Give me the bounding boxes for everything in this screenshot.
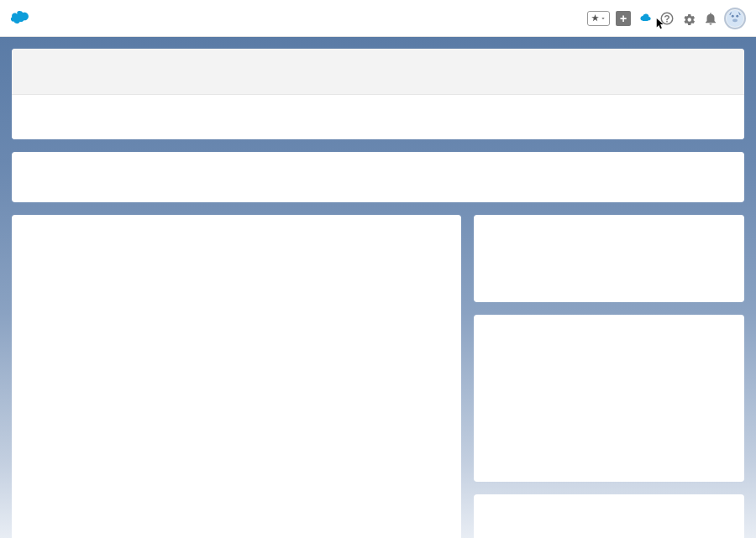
svg-point-3 bbox=[732, 18, 738, 22]
svg-point-1 bbox=[732, 14, 734, 17]
avatar-icon bbox=[726, 9, 744, 28]
related-card-2 bbox=[474, 315, 744, 482]
main-content-area bbox=[0, 37, 756, 538]
path-card bbox=[12, 152, 744, 202]
salesforce-logo[interactable] bbox=[10, 9, 35, 28]
notifications-button[interactable] bbox=[702, 10, 719, 27]
svg-point-2 bbox=[736, 14, 738, 17]
global-header: + bbox=[0, 0, 756, 37]
cloud-icon bbox=[638, 11, 653, 26]
bell-icon bbox=[703, 11, 718, 26]
related-card-3 bbox=[474, 494, 744, 538]
header-left bbox=[10, 9, 35, 28]
right-column bbox=[474, 215, 744, 538]
setup-button[interactable] bbox=[680, 10, 697, 27]
gear-icon bbox=[681, 11, 696, 26]
question-icon bbox=[659, 11, 675, 26]
svg-point-0 bbox=[727, 9, 743, 26]
favorites-button[interactable] bbox=[587, 11, 610, 26]
cloud-logo-icon bbox=[10, 9, 35, 27]
record-header-body bbox=[12, 95, 744, 139]
star-icon bbox=[591, 13, 600, 23]
record-header-card bbox=[12, 49, 744, 139]
related-card-1 bbox=[474, 215, 744, 302]
plus-icon: + bbox=[616, 11, 631, 26]
chevron-down-icon bbox=[600, 15, 606, 22]
user-avatar[interactable] bbox=[724, 8, 746, 29]
global-actions-button[interactable]: + bbox=[615, 10, 632, 27]
help-button[interactable] bbox=[659, 10, 675, 27]
details-card bbox=[12, 215, 461, 538]
record-header-section bbox=[12, 49, 744, 95]
trailhead-button[interactable] bbox=[637, 10, 654, 27]
header-right: + bbox=[587, 8, 746, 29]
left-column bbox=[12, 215, 461, 538]
content-columns bbox=[12, 215, 744, 538]
